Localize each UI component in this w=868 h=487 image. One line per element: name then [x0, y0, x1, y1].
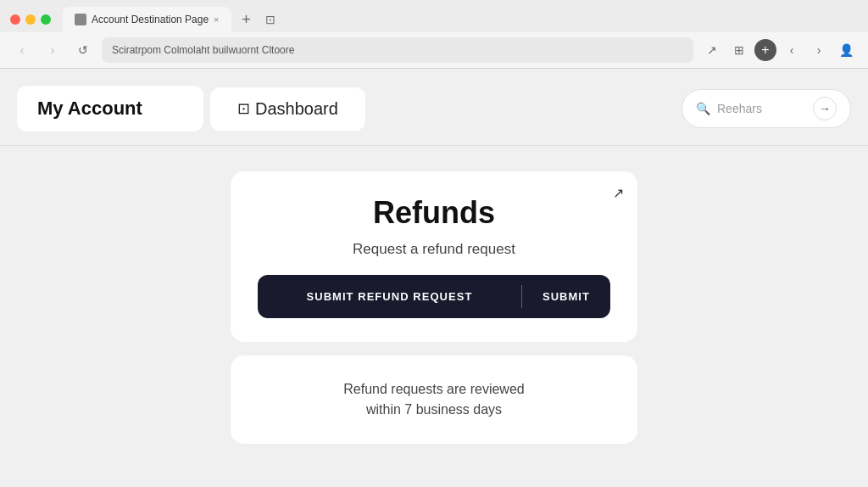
- close-traffic-light[interactable]: [10, 14, 20, 25]
- submit-button-container: SUBMIT REFUND REQUEST SUBMIT: [258, 275, 610, 318]
- nav-arrow-left-button[interactable]: ‹: [780, 38, 804, 62]
- refresh-button[interactable]: ↺: [71, 38, 95, 62]
- tab-title: Account Destination Page: [92, 14, 209, 25]
- share-button[interactable]: ↗: [700, 38, 724, 62]
- tab-favicon: [75, 14, 86, 25]
- info-text-content: Refund requests are reviewedwithin 7 bus…: [343, 382, 524, 417]
- active-tab[interactable]: Account Destination Page ×: [63, 7, 231, 32]
- tab-close-button[interactable]: ×: [214, 14, 219, 25]
- back-button[interactable]: ‹: [10, 38, 34, 62]
- forward-button[interactable]: ›: [41, 38, 64, 62]
- external-link-icon[interactable]: ↗: [613, 185, 624, 201]
- page-header: My Account ⊡ Dashboard 🔍 Reehars →: [0, 69, 868, 146]
- maximize-traffic-light[interactable]: [41, 14, 51, 25]
- browser-chrome: Account Destination Page × + ⊡ ‹ › ↺ Sci…: [0, 0, 868, 69]
- search-icon: 🔍: [696, 102, 710, 115]
- refunds-card: ↗ Refunds Request a refund request SUBMI…: [231, 171, 637, 342]
- minimize-traffic-light[interactable]: [25, 14, 36, 25]
- profile-button[interactable]: 👤: [834, 38, 858, 62]
- address-text: Sciratrpom Colmolaht builwuornt Cltoore: [112, 44, 294, 56]
- page-content: My Account ⊡ Dashboard 🔍 Reehars → ↗ Ref…: [0, 69, 868, 487]
- my-account-badge: My Account: [17, 86, 203, 132]
- traffic-lights: [10, 14, 51, 25]
- info-card: Refund requests are reviewedwithin 7 bus…: [231, 355, 637, 444]
- new-tab-button[interactable]: +: [235, 8, 259, 31]
- info-text: Refund requests are reviewedwithin 7 bus…: [343, 379, 524, 420]
- search-bar[interactable]: 🔍 Reehars →: [682, 89, 851, 128]
- address-bar[interactable]: Sciratrpom Colmolaht builwuornt Cltoore: [102, 37, 693, 63]
- search-placeholder-text: Reehars: [717, 102, 806, 115]
- nav-right-icons: ↗ ⊞ + ‹ › 👤: [700, 38, 858, 62]
- dashboard-badge[interactable]: ⊡ Dashboard: [210, 87, 365, 131]
- add-button[interactable]: +: [754, 39, 776, 61]
- main-area: ↗ Refunds Request a refund request SUBMI…: [0, 146, 868, 469]
- my-account-label: My Account: [37, 98, 142, 119]
- tabs-button[interactable]: ⊞: [727, 38, 751, 62]
- nav-bar: ‹ › ↺ Sciratrpom Colmolaht builwuornt Cl…: [0, 32, 868, 68]
- tab-right-icon: ⊡: [265, 13, 275, 26]
- submit-refund-request-button[interactable]: SUBMIT REFUND REQUEST: [258, 275, 521, 318]
- tab-bar: Account Destination Page × + ⊡: [0, 0, 868, 32]
- nav-arrow-right-button[interactable]: ›: [807, 38, 831, 62]
- submit-button[interactable]: SUBMIT: [522, 275, 610, 318]
- refunds-title: Refunds: [373, 195, 495, 231]
- search-arrow-icon: →: [819, 102, 831, 115]
- dashboard-label: Dashboard: [255, 99, 338, 119]
- dashboard-icon: ⊡: [237, 99, 250, 118]
- search-submit-button[interactable]: →: [813, 97, 837, 120]
- refunds-subtitle: Request a refund request: [353, 241, 515, 258]
